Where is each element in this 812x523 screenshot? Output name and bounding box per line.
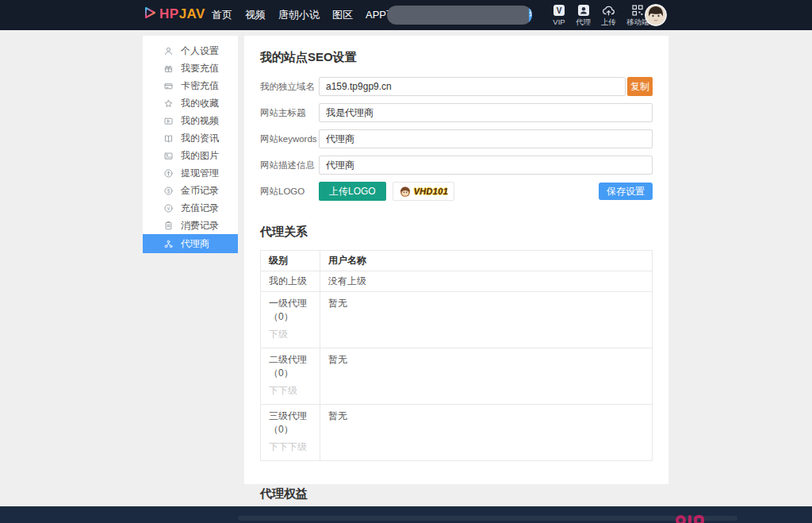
- benefits-section-title: 代理权益: [260, 486, 653, 502]
- table-header-username: 用户名称: [320, 251, 653, 271]
- copy-button[interactable]: 复制: [627, 77, 653, 96]
- nav-link-videos[interactable]: 视频: [245, 8, 266, 22]
- site-title-label: 网站主标题: [260, 107, 319, 119]
- agent-badge-icon: [577, 3, 590, 17]
- search-input[interactable]: [387, 6, 529, 25]
- svg-text:$: $: [167, 187, 170, 193]
- user-avatar[interactable]: [645, 4, 667, 26]
- clipboard-icon: [163, 221, 174, 231]
- site-title-input[interactable]: [319, 103, 653, 122]
- sidebar-item-recharge[interactable]: 我要充值: [143, 60, 238, 77]
- domain-label: 我的独立域名: [260, 81, 319, 93]
- logo-preview-text: VHD101: [414, 187, 448, 196]
- sidebar-item-my-images[interactable]: 我的图片: [143, 147, 238, 164]
- cell-user: 暂无: [320, 348, 653, 405]
- cell-user: 暂无: [320, 405, 653, 461]
- book-icon: [163, 133, 174, 144]
- sidebar-item-favorites[interactable]: 我的收藏: [143, 94, 238, 112]
- sidebar-item-my-videos[interactable]: 我的视频: [143, 112, 238, 129]
- footer-text-fragment: [238, 516, 737, 521]
- seo-section-title: 我的站点SEO设置: [260, 50, 653, 65]
- table-row: 二级代理（0） 下下级 暂无: [261, 348, 653, 405]
- upload-logo-button[interactable]: 上传LOGO: [319, 182, 386, 201]
- relations-section-title: 代理关系: [260, 225, 653, 240]
- sidebar-item-coin-records[interactable]: $ 金币记录: [143, 182, 238, 199]
- card-icon: [163, 81, 174, 91]
- video-icon: [163, 116, 174, 126]
- nav-link-pictures[interactable]: 图区: [332, 8, 353, 22]
- user-sidebar: 个人设置 我要充值 卡密充值 我的收藏 我的视频 我的资讯 我的图片 提现管理 …: [143, 36, 238, 253]
- agent-relation-table: 级别 用户名称 我的上级 没有上级 一级代理（0） 下级 暂无: [260, 250, 653, 461]
- cell-user: 没有上级: [320, 271, 653, 292]
- image-icon: [163, 151, 174, 161]
- cell-level: 一级代理（0） 下级: [261, 292, 320, 348]
- cell-level: 二级代理（0） 下下级: [261, 348, 320, 405]
- search-button[interactable]: 搜索: [529, 6, 532, 25]
- withdraw-icon: [163, 168, 174, 179]
- table-header-level: 级别: [261, 251, 320, 271]
- domain-input[interactable]: [319, 77, 626, 96]
- sidebar-item-my-news[interactable]: 我的资讯: [143, 129, 238, 147]
- table-row: 三级代理（0） 下下下级 暂无: [261, 405, 653, 461]
- monkey-face-icon: [399, 185, 412, 198]
- main-nav: 首页 视频 唐朝小说 图区 APP下载: [212, 0, 407, 30]
- logo-preview: VHD101: [393, 182, 454, 201]
- cell-level: 三级代理（0） 下下下级: [261, 405, 320, 461]
- user-icon: [163, 46, 174, 56]
- nav-link-novels[interactable]: 唐朝小说: [278, 8, 320, 22]
- save-settings-button[interactable]: 保存设置: [599, 183, 653, 200]
- svg-text:V: V: [557, 6, 562, 15]
- sidebar-item-profile-settings[interactable]: 个人设置: [143, 42, 238, 60]
- keywords-label: 网站keywords: [260, 133, 319, 145]
- keywords-input[interactable]: [319, 129, 653, 148]
- main-content: 我的站点SEO设置 我的独立域名 复制 网站主标题 网站keywords 网站描…: [244, 36, 668, 484]
- quick-item-upload[interactable]: 上传: [601, 3, 616, 28]
- sidebar-item-agent[interactable]: 代理商: [143, 234, 238, 253]
- cloud-upload-icon: [602, 3, 615, 17]
- footer-logo-fragment: [676, 515, 704, 523]
- vip-icon: V: [553, 3, 565, 17]
- description-label: 网站描述信息: [260, 160, 319, 171]
- sidebar-item-card-recharge[interactable]: 卡密充值: [143, 77, 238, 94]
- cell-sub-label: 下下级: [269, 384, 312, 398]
- quick-item-vip[interactable]: V VIP: [553, 3, 565, 28]
- sidebar-item-withdraw[interactable]: 提现管理: [143, 164, 238, 182]
- play-triangle-icon: [144, 6, 156, 22]
- cell-user: 暂无: [320, 292, 653, 348]
- cell-level: 我的上级: [261, 271, 320, 292]
- yen-circle-icon: ¥: [163, 203, 174, 213]
- seo-form: 我的独立域名 复制 网站主标题 网站keywords 网站描述信息 网站LOGO…: [260, 77, 653, 201]
- coin-icon: $: [163, 186, 174, 196]
- table-row: 我的上级 没有上级: [261, 271, 653, 292]
- top-navbar: HPJAV 首页 视频 唐朝小说 图区 APP下载 搜索 V VIP 代理 上传: [0, 0, 812, 30]
- cell-sub-label: 下下下级: [269, 440, 312, 454]
- sidebar-item-recharge-records[interactable]: ¥ 充值记录: [143, 199, 238, 217]
- search-bar: 搜索: [387, 6, 532, 25]
- quick-item-agent[interactable]: 代理: [576, 3, 591, 28]
- description-input[interactable]: [319, 156, 653, 175]
- agent-relations-section: 代理关系 级别 用户名称 我的上级 没有上级 一级代理（0） 下级: [260, 225, 653, 461]
- logo-label: 网站LOGO: [260, 186, 319, 198]
- table-row: 一级代理（0） 下级 暂无: [261, 292, 653, 348]
- sidebar-item-consume-records[interactable]: 消费记录: [143, 217, 238, 234]
- site-logo[interactable]: HPJAV: [144, 6, 205, 22]
- network-icon: [163, 239, 174, 249]
- logo-text: HPJAV: [159, 6, 205, 22]
- nav-link-home[interactable]: 首页: [212, 8, 232, 22]
- star-icon: [163, 98, 174, 109]
- svg-text:¥: ¥: [167, 205, 170, 210]
- gift-icon: [163, 63, 174, 74]
- quick-actions: V VIP 代理 上传 移动端: [553, 3, 649, 28]
- qrcode-icon: [631, 3, 644, 17]
- page-footer: [0, 506, 812, 523]
- cell-sub-label: 下级: [269, 328, 312, 341]
